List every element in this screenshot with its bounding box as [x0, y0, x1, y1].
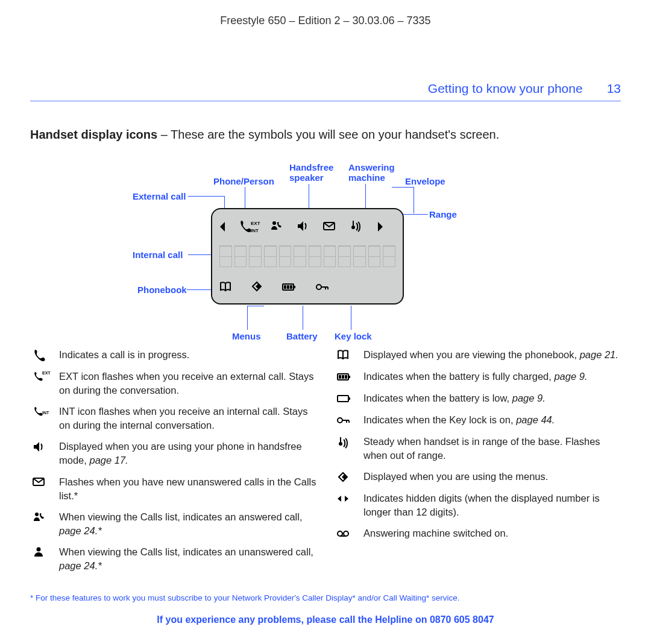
- label-answering: Answering machine: [348, 162, 397, 183]
- label-handsfree: Handsfree speaker: [289, 162, 338, 183]
- label-range: Range: [429, 209, 457, 219]
- legend-text: When viewing the Calls list, indicates a…: [59, 545, 316, 573]
- legend-item: INT icon flashes when you receive an int…: [30, 405, 316, 432]
- triangle-left-icon: [219, 221, 225, 233]
- label-menus: Menus: [232, 331, 261, 341]
- page-number: 13: [607, 81, 621, 96]
- lcd-digits: [219, 245, 395, 267]
- icon-legend: Indicates a call is in progress.EXT icon…: [30, 348, 621, 580]
- legend-text: EXT icon flashes when you receive an ext…: [59, 370, 316, 397]
- legend-item: Answering machine switched on.: [335, 526, 621, 541]
- call-icon: [30, 348, 51, 362]
- legend-item: Indicates a call is in progress.: [30, 348, 316, 362]
- legend-text: Displayed when you are viewing the phone…: [363, 348, 618, 362]
- legend-item: When viewing the Calls list, indicates a…: [30, 545, 316, 573]
- legend-item: EXT icon flashes when you receive an ext…: [30, 370, 316, 397]
- helpline-number: 0870 605 8047: [430, 614, 494, 625]
- menu-icon: [335, 470, 355, 484]
- label-external-call: External call: [133, 191, 186, 201]
- arrows-icon: [335, 491, 355, 519]
- intro-rest: – These are the symbols you will see on …: [157, 128, 499, 141]
- svg-text:INT: INT: [251, 228, 259, 233]
- range-icon: [350, 219, 364, 234]
- triangle-right-icon: [377, 221, 383, 233]
- label-battery: Battery: [286, 331, 318, 341]
- ext-icon: [30, 370, 51, 397]
- range-icon: [335, 435, 355, 462]
- label-keylock: Key lock: [335, 331, 372, 341]
- label-internal-call: Internal call: [133, 250, 183, 260]
- intro-line: Handset display icons – These are the sy…: [30, 127, 621, 143]
- legend-item: Displayed when you are using the menus.: [335, 470, 621, 484]
- footnote: * For these features to work you must su…: [30, 593, 621, 602]
- int-icon: [30, 405, 51, 432]
- legend-text: Indicates a call is in progress.: [59, 348, 189, 362]
- legend-text: INT icon flashes when you receive an int…: [59, 405, 316, 432]
- batt-low-icon: [335, 391, 355, 406]
- book-icon: [219, 281, 233, 293]
- legend-text: Displayed when you are using the menus.: [363, 470, 548, 484]
- running-head: Getting to know your phone 13: [30, 81, 621, 101]
- legend-item: Indicates when the battery is low, page …: [335, 391, 621, 406]
- key-icon: [316, 281, 330, 293]
- label-phone-person: Phone/Person: [213, 176, 274, 186]
- person-phone-icon: [270, 220, 283, 233]
- book-icon: [335, 348, 355, 362]
- legend-text: Indicates when the battery is fully char…: [363, 370, 588, 384]
- speaker-icon: [30, 440, 51, 467]
- call-ext-int-icon: EXTINT: [239, 220, 257, 233]
- legend-item: Indicates when the Key lock is on, page …: [335, 413, 621, 428]
- legend-text: Displayed when you are using your phone …: [59, 440, 316, 467]
- key-icon: [335, 413, 355, 428]
- envelope-icon: [323, 221, 336, 233]
- person-icon: [30, 545, 51, 573]
- helpline: If you experience any problems, please c…: [30, 614, 621, 625]
- legend-item: Steady when handset is in range of the b…: [335, 435, 621, 462]
- legend-text: Answering machine switched on.: [363, 526, 508, 541]
- legend-text: Indicates when the battery is low, page …: [363, 391, 546, 406]
- legend-text: Indicates hidden digits (when the displa…: [363, 491, 621, 519]
- tape-icon: [335, 526, 355, 541]
- legend-text: When viewing the Calls list, indicates a…: [59, 510, 316, 538]
- legend-text: Indicates when the Key lock is on, page …: [363, 413, 555, 428]
- envelope-icon: [30, 475, 51, 503]
- legend-item: Indicates hidden digits (when the displa…: [335, 491, 621, 519]
- helpline-text: If you experience any problems, please c…: [157, 614, 430, 625]
- legend-text: Steady when handset is in range of the b…: [363, 435, 621, 462]
- legend-text: Flashes when you have new unanswered cal…: [59, 475, 316, 503]
- section-title: Getting to know your phone: [428, 81, 583, 96]
- legend-item: Displayed when you are viewing the phone…: [335, 348, 621, 362]
- intro-bold: Handset display icons: [30, 128, 157, 141]
- legend-item: Indicates when the battery is fully char…: [335, 370, 621, 384]
- batt-full-icon: [335, 370, 355, 384]
- svg-text:EXT: EXT: [251, 221, 260, 226]
- battery-full-icon: [282, 281, 298, 293]
- lcd-diagram: External call Internal call Phonebook Ph…: [30, 155, 621, 348]
- label-envelope: Envelope: [405, 176, 445, 186]
- legend-item: When viewing the Calls list, indicates a…: [30, 510, 316, 538]
- legend-item: Flashes when you have new unanswered cal…: [30, 475, 316, 503]
- doc-header: Freestyle 650 – Edition 2 – 30.03.06 – 7…: [0, 0, 651, 27]
- legend-item: Displayed when you are using your phone …: [30, 440, 316, 467]
- person-phone-icon: [30, 510, 51, 538]
- label-phonebook: Phonebook: [137, 285, 187, 295]
- menu-icon: [251, 280, 264, 294]
- lcd-panel: EXTINT: [211, 208, 404, 305]
- speaker-icon: [297, 220, 310, 233]
